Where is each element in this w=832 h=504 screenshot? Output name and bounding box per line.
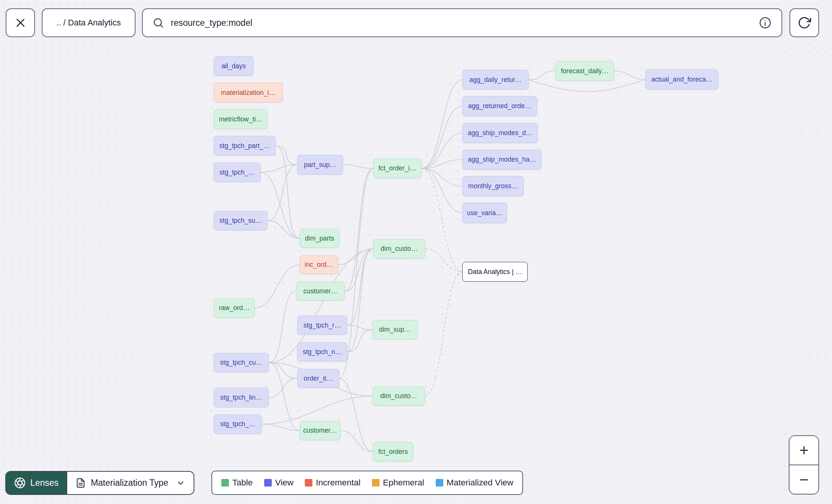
graph-node-dim_parts[interactable]: dim_parts xyxy=(300,229,339,248)
node-label: stg_tpch_… xyxy=(220,420,255,428)
node-label: metricflow_ti… xyxy=(219,115,263,123)
graph-node-dim_sup[interactable]: dim_sup… xyxy=(372,320,418,339)
graph-node-all_days[interactable]: all_days xyxy=(214,56,254,76)
graph-node-agg_returned[interactable]: agg_returned_orde… xyxy=(462,96,537,116)
close-button[interactable] xyxy=(6,8,35,37)
legend-swatch xyxy=(305,479,312,487)
node-label: dim_parts xyxy=(305,235,334,243)
legend-swatch xyxy=(436,479,443,487)
graph-node-stg_lin[interactable]: stg_tpch_lin… xyxy=(214,388,269,407)
node-label: actual_and_foreca… xyxy=(651,76,713,83)
node-label: agg_daily_retur… xyxy=(469,76,522,84)
lens-selector[interactable]: Materialization Type xyxy=(66,472,194,494)
graph-node-raw_ord[interactable]: raw_ord… xyxy=(214,298,255,318)
legend-item-ephemeral: Ephemeral xyxy=(372,478,424,488)
node-label: dim_custo… xyxy=(381,245,418,253)
node-label: customer… xyxy=(303,427,337,435)
graph-node-customer_t[interactable]: customer… xyxy=(296,282,345,301)
graph-node-part_sup[interactable]: part_sup… xyxy=(297,155,343,175)
lens-control[interactable]: Lenses Materialization Type xyxy=(5,471,194,495)
refresh-icon xyxy=(797,16,811,30)
graph-node-stg_cu[interactable]: stg_tpch_cu… xyxy=(214,353,269,372)
graph-node-monthly[interactable]: monthly_gross… xyxy=(462,176,524,196)
legend-swatch xyxy=(264,479,272,487)
graph-node-dim_custo_b[interactable]: dim_custo… xyxy=(373,386,425,406)
graph-node-stg_5[interactable]: stg_tpch_… xyxy=(214,162,261,182)
graph-node-stg_b[interactable]: stg_tpch_… xyxy=(214,414,262,434)
legend-item-incremental: Incremental xyxy=(305,478,361,488)
zoom-control: + − xyxy=(789,435,819,495)
node-label: stg_tpch_n… xyxy=(303,348,342,356)
refresh-button[interactable] xyxy=(789,8,819,37)
node-label: customer… xyxy=(303,287,337,295)
node-label: stg_tpch_r… xyxy=(303,321,341,329)
graph-node-metricflow[interactable]: metricflow_ti… xyxy=(214,109,268,129)
legend-label: Table xyxy=(232,478,253,488)
graph-node-fct_order[interactable]: fct_order_i… xyxy=(373,159,422,178)
materialization-legend: TableViewIncrementalEphemeralMaterialize… xyxy=(211,471,523,495)
node-label: stg_tpch_su… xyxy=(219,217,262,225)
legend-swatch xyxy=(221,479,229,487)
node-label: stg_tpch_cu… xyxy=(220,359,263,367)
graph-node-agg_daily[interactable]: agg_daily_retur… xyxy=(462,70,529,90)
graph-node-agg_ship_ha[interactable]: agg_ship_modes_ha… xyxy=(462,150,542,170)
legend-label: Ephemeral xyxy=(383,478,424,488)
graph-node-stg_r[interactable]: stg_tpch_r… xyxy=(297,316,347,335)
node-label: forecast_daily… xyxy=(561,67,608,75)
aperture-icon xyxy=(14,477,26,489)
node-label: fct_order_i… xyxy=(378,164,416,172)
close-icon xyxy=(14,16,27,30)
node-label: dim_sup… xyxy=(379,326,411,334)
graph-node-use_varia[interactable]: use_varia… xyxy=(462,203,507,223)
graph-node-actual[interactable]: actual_and_foreca… xyxy=(645,69,719,90)
graph-node-stg_su[interactable]: stg_tpch_su… xyxy=(214,211,268,230)
node-label: agg_ship_modes_d… xyxy=(468,129,532,137)
lenses-button[interactable]: Lenses xyxy=(6,472,66,494)
graph-canvas[interactable]: all_daysmaterialization_i…metricflow_ti…… xyxy=(0,0,832,504)
document-icon xyxy=(76,478,86,488)
graph-node-dim_custo_t[interactable]: dim_custo… xyxy=(373,239,425,258)
breadcrumb-label: .. / Data Analytics xyxy=(57,18,121,28)
node-label: fct_orders xyxy=(378,448,408,456)
legend-item-materialized-view: Materialized View xyxy=(436,478,514,488)
node-label: monthly_gross… xyxy=(468,182,518,190)
search-input[interactable] xyxy=(171,18,752,28)
lineage-explorer: { "toolbar": { "breadcrumb": ".. / Data … xyxy=(0,0,832,504)
chevron-down-icon xyxy=(176,479,185,488)
graph-node-forecast[interactable]: forecast_daily… xyxy=(555,61,614,81)
legend-swatch xyxy=(372,479,380,487)
node-label: use_varia… xyxy=(467,209,502,217)
zoom-in-button[interactable]: + xyxy=(789,436,818,465)
node-label: order_it… xyxy=(304,375,333,383)
selected-lens-label: Materialization Type xyxy=(91,478,168,488)
graph-node-inc_ord[interactable]: inc_ord… xyxy=(300,255,338,274)
lenses-label: Lenses xyxy=(30,478,58,488)
node-label: Data Analytics | … xyxy=(468,268,522,276)
node-label: dim_custo… xyxy=(380,392,417,400)
graph-node-order_it[interactable]: order_it… xyxy=(297,369,339,388)
node-label: agg_ship_modes_ha… xyxy=(468,156,536,164)
node-label: all_days xyxy=(221,62,246,70)
search-box[interactable] xyxy=(142,8,782,37)
graph-node-fct_orders[interactable]: fct_orders xyxy=(373,442,413,461)
graph-node-agg_ship_d[interactable]: agg_ship_modes_d… xyxy=(462,123,538,143)
legend-label: View xyxy=(275,478,293,488)
zoom-out-button[interactable]: − xyxy=(789,465,818,494)
legend-item-table: Table xyxy=(221,478,253,488)
graph-node-stg_n[interactable]: stg_tpch_n… xyxy=(297,342,347,361)
node-label: stg_tpch_… xyxy=(219,169,255,176)
legend-label: Materialized View xyxy=(447,478,514,488)
info-icon[interactable] xyxy=(759,16,772,29)
node-label: materialization_i… xyxy=(221,89,276,97)
graph-node-data_analytics[interactable]: Data Analytics | … xyxy=(462,262,528,282)
graph-node-mat_inc[interactable]: materialization_i… xyxy=(214,83,283,102)
graph-node-stg_part[interactable]: stg_tpch_part_… xyxy=(214,136,276,156)
legend-label: Incremental xyxy=(316,478,361,488)
node-label: agg_returned_orde… xyxy=(468,102,531,110)
breadcrumb[interactable]: .. / Data Analytics xyxy=(42,8,136,37)
search-icon xyxy=(153,17,164,28)
graph-node-customer_b[interactable]: customer… xyxy=(300,421,340,440)
node-label: raw_ord… xyxy=(219,304,250,312)
node-label: inc_ord… xyxy=(305,261,333,269)
node-label: part_sup… xyxy=(304,161,337,169)
